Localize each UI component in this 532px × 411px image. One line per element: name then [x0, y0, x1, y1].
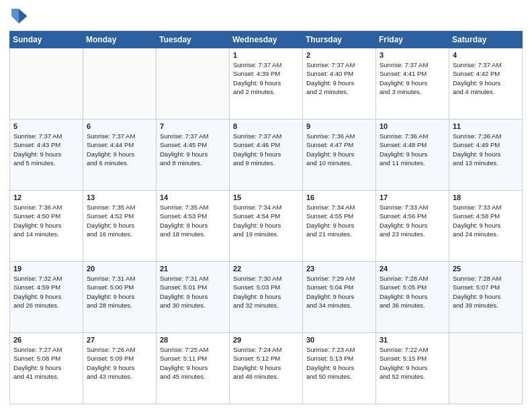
day-cell: 8Sunrise: 7:37 AMSunset: 4:46 PMDaylight…	[230, 120, 303, 191]
day-number: 5	[13, 122, 79, 130]
day-number: 11	[453, 122, 519, 130]
day-info: Sunrise: 7:35 AMSunset: 4:52 PMDaylight:…	[87, 203, 152, 238]
day-cell: 29Sunrise: 7:24 AMSunset: 5:12 PMDayligh…	[230, 333, 303, 404]
day-number: 9	[306, 122, 372, 130]
day-number: 12	[13, 193, 79, 201]
weekday-header-thursday: Thursday	[303, 32, 376, 48]
day-number: 13	[87, 193, 152, 201]
day-number: 25	[453, 265, 519, 273]
day-info: Sunrise: 7:36 AMSunset: 4:50 PMDaylight:…	[13, 203, 79, 238]
weekday-header-friday: Friday	[376, 32, 449, 48]
weekday-header-tuesday: Tuesday	[157, 32, 230, 48]
day-number: 20	[87, 265, 152, 273]
logo	[9, 7, 31, 26]
day-cell: 27Sunrise: 7:26 AMSunset: 5:09 PMDayligh…	[83, 333, 157, 404]
day-cell: 4Sunrise: 7:37 AMSunset: 4:42 PMDaylight…	[449, 48, 523, 120]
day-info: Sunrise: 7:23 AMSunset: 5:13 PMDaylight:…	[306, 345, 372, 381]
day-cell: 11Sunrise: 7:36 AMSunset: 4:49 PMDayligh…	[449, 120, 523, 191]
day-info: Sunrise: 7:37 AMSunset: 4:41 PMDaylight:…	[380, 60, 445, 96]
day-info: Sunrise: 7:36 AMSunset: 4:48 PMDaylight:…	[380, 132, 445, 167]
day-cell: 9Sunrise: 7:36 AMSunset: 4:47 PMDaylight…	[303, 120, 376, 191]
day-number: 30	[306, 336, 372, 344]
day-number: 29	[233, 336, 299, 344]
day-info: Sunrise: 7:27 AMSunset: 5:08 PMDaylight:…	[13, 345, 79, 381]
day-number: 4	[453, 51, 519, 59]
day-cell: 25Sunrise: 7:28 AMSunset: 5:07 PMDayligh…	[449, 262, 523, 333]
week-row-2: 5Sunrise: 7:37 AMSunset: 4:43 PMDaylight…	[10, 120, 523, 191]
day-cell: 15Sunrise: 7:34 AMSunset: 4:54 PMDayligh…	[230, 191, 303, 262]
day-info: Sunrise: 7:28 AMSunset: 5:07 PMDaylight:…	[453, 274, 519, 310]
day-cell: 18Sunrise: 7:33 AMSunset: 4:58 PMDayligh…	[449, 191, 523, 262]
day-cell: 3Sunrise: 7:37 AMSunset: 4:41 PMDaylight…	[376, 48, 449, 120]
day-number: 7	[160, 122, 226, 130]
day-number: 3	[380, 51, 445, 59]
day-cell	[10, 48, 83, 120]
day-info: Sunrise: 7:31 AMSunset: 5:00 PMDaylight:…	[87, 274, 152, 310]
day-cell: 17Sunrise: 7:33 AMSunset: 4:56 PMDayligh…	[376, 191, 449, 262]
day-info: Sunrise: 7:34 AMSunset: 4:55 PMDaylight:…	[306, 203, 372, 238]
day-cell: 30Sunrise: 7:23 AMSunset: 5:13 PMDayligh…	[303, 333, 376, 404]
day-info: Sunrise: 7:37 AMSunset: 4:43 PMDaylight:…	[13, 132, 79, 167]
day-number: 24	[380, 265, 445, 273]
day-info: Sunrise: 7:29 AMSunset: 5:04 PMDaylight:…	[306, 274, 372, 310]
svg-marker-1	[11, 9, 19, 24]
day-cell: 26Sunrise: 7:27 AMSunset: 5:08 PMDayligh…	[10, 333, 83, 404]
day-cell: 1Sunrise: 7:37 AMSunset: 4:39 PMDaylight…	[230, 48, 303, 120]
weekday-header-saturday: Saturday	[449, 32, 523, 48]
day-number: 18	[453, 193, 519, 201]
page: SundayMondayTuesdayWednesdayThursdayFrid…	[0, 0, 532, 411]
day-info: Sunrise: 7:30 AMSunset: 5:03 PMDaylight:…	[233, 274, 299, 310]
day-cell: 6Sunrise: 7:37 AMSunset: 4:44 PMDaylight…	[83, 120, 157, 191]
day-cell: 20Sunrise: 7:31 AMSunset: 5:00 PMDayligh…	[83, 262, 157, 333]
day-info: Sunrise: 7:35 AMSunset: 4:53 PMDaylight:…	[160, 203, 226, 238]
day-cell: 16Sunrise: 7:34 AMSunset: 4:55 PMDayligh…	[303, 191, 376, 262]
day-cell: 14Sunrise: 7:35 AMSunset: 4:53 PMDayligh…	[157, 191, 230, 262]
weekday-header-monday: Monday	[83, 32, 157, 48]
day-number: 23	[306, 265, 372, 273]
day-cell: 19Sunrise: 7:32 AMSunset: 4:59 PMDayligh…	[10, 262, 83, 333]
day-number: 1	[233, 51, 299, 59]
day-cell: 22Sunrise: 7:30 AMSunset: 5:03 PMDayligh…	[230, 262, 303, 333]
day-info: Sunrise: 7:37 AMSunset: 4:46 PMDaylight:…	[233, 132, 299, 167]
week-row-1: 1Sunrise: 7:37 AMSunset: 4:39 PMDaylight…	[10, 48, 523, 120]
day-number: 17	[380, 193, 445, 201]
week-row-4: 19Sunrise: 7:32 AMSunset: 4:59 PMDayligh…	[10, 262, 523, 333]
svg-marker-0	[19, 9, 27, 24]
header	[9, 7, 523, 26]
day-info: Sunrise: 7:36 AMSunset: 4:47 PMDaylight:…	[306, 132, 372, 167]
day-number: 6	[87, 122, 152, 130]
day-number: 19	[13, 265, 79, 273]
day-cell	[449, 333, 523, 404]
day-info: Sunrise: 7:28 AMSunset: 5:05 PMDaylight:…	[380, 274, 445, 310]
day-number: 22	[233, 265, 299, 273]
day-cell: 28Sunrise: 7:25 AMSunset: 5:11 PMDayligh…	[157, 333, 230, 404]
day-cell: 31Sunrise: 7:22 AMSunset: 5:15 PMDayligh…	[376, 333, 449, 404]
day-number: 27	[87, 336, 152, 344]
day-number: 21	[160, 265, 226, 273]
day-info: Sunrise: 7:34 AMSunset: 4:54 PMDaylight:…	[233, 203, 299, 238]
day-info: Sunrise: 7:36 AMSunset: 4:49 PMDaylight:…	[453, 132, 519, 167]
day-info: Sunrise: 7:24 AMSunset: 5:12 PMDaylight:…	[233, 345, 299, 381]
day-cell: 13Sunrise: 7:35 AMSunset: 4:52 PMDayligh…	[83, 191, 157, 262]
day-cell: 12Sunrise: 7:36 AMSunset: 4:50 PMDayligh…	[10, 191, 83, 262]
day-cell: 7Sunrise: 7:37 AMSunset: 4:45 PMDaylight…	[157, 120, 230, 191]
day-number: 10	[380, 122, 445, 130]
day-cell: 5Sunrise: 7:37 AMSunset: 4:43 PMDaylight…	[10, 120, 83, 191]
day-info: Sunrise: 7:26 AMSunset: 5:09 PMDaylight:…	[87, 345, 152, 381]
day-info: Sunrise: 7:37 AMSunset: 4:40 PMDaylight:…	[306, 60, 372, 96]
day-info: Sunrise: 7:22 AMSunset: 5:15 PMDaylight:…	[380, 345, 445, 381]
weekday-header-sunday: Sunday	[10, 32, 83, 48]
day-number: 15	[233, 193, 299, 201]
day-info: Sunrise: 7:32 AMSunset: 4:59 PMDaylight:…	[13, 274, 79, 310]
day-cell	[157, 48, 230, 120]
day-info: Sunrise: 7:37 AMSunset: 4:45 PMDaylight:…	[160, 132, 226, 167]
day-number: 8	[233, 122, 299, 130]
day-number: 26	[13, 336, 79, 344]
day-cell: 21Sunrise: 7:31 AMSunset: 5:01 PMDayligh…	[157, 262, 230, 333]
day-info: Sunrise: 7:37 AMSunset: 4:39 PMDaylight:…	[233, 60, 299, 96]
day-number: 2	[306, 51, 372, 59]
weekday-header-row: SundayMondayTuesdayWednesdayThursdayFrid…	[10, 32, 523, 48]
day-cell: 10Sunrise: 7:36 AMSunset: 4:48 PMDayligh…	[376, 120, 449, 191]
day-number: 16	[306, 193, 372, 201]
day-info: Sunrise: 7:33 AMSunset: 4:58 PMDaylight:…	[453, 203, 519, 238]
